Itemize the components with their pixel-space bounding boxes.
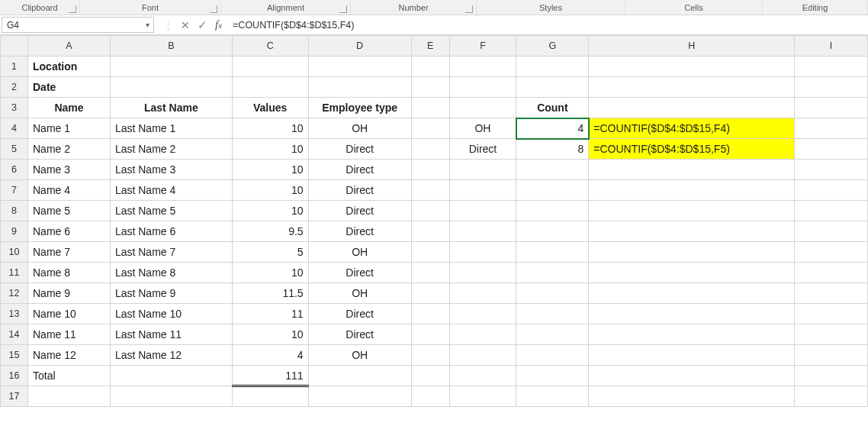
cell-G16[interactable] — [516, 366, 589, 386]
cell-H3[interactable] — [589, 98, 795, 118]
col-header-F[interactable]: F — [449, 36, 516, 56]
cell-G13[interactable] — [516, 304, 589, 324]
cell-F9[interactable] — [449, 221, 516, 242]
row-header-2[interactable]: 2 — [1, 77, 28, 98]
row-header-14[interactable]: 14 — [1, 324, 28, 345]
cell-G10[interactable] — [516, 242, 589, 263]
spreadsheet-grid[interactable]: A B C D E F G H I 1 Location 2 Date 3 Na… — [0, 35, 868, 439]
cell-E3[interactable] — [411, 98, 449, 118]
cell-I11[interactable] — [795, 263, 868, 283]
cell-I15[interactable] — [795, 345, 868, 366]
cell-A2[interactable]: Date — [28, 77, 111, 98]
cell-F13[interactable] — [449, 304, 516, 324]
row-header-6[interactable]: 6 — [1, 160, 28, 180]
cell-A9[interactable]: Name 6 — [28, 221, 111, 242]
cell-A13[interactable]: Name 10 — [28, 304, 111, 324]
cell-H8[interactable] — [589, 201, 795, 221]
cell-A7[interactable]: Name 4 — [28, 180, 111, 201]
cell-E9[interactable] — [411, 221, 449, 242]
cell-C6[interactable]: 10 — [232, 160, 308, 180]
cell-G3[interactable]: Count — [516, 98, 589, 118]
cell-E14[interactable] — [411, 324, 449, 345]
cell-F1[interactable] — [449, 56, 516, 77]
cell-E16[interactable] — [411, 366, 449, 386]
cell-I16[interactable] — [795, 366, 868, 386]
cell-H14[interactable] — [589, 324, 795, 345]
cell-F8[interactable] — [449, 201, 516, 221]
cell-D9[interactable]: Direct — [308, 221, 411, 242]
cell-A16[interactable]: Total — [28, 366, 111, 386]
dialog-launcher-icon[interactable] — [339, 5, 347, 13]
cell-D7[interactable]: Direct — [308, 180, 411, 201]
cell-C8[interactable]: 10 — [232, 201, 308, 221]
cell-H9[interactable] — [589, 221, 795, 242]
cell-B12[interactable]: Last Name 9 — [110, 283, 232, 304]
cell-B9[interactable]: Last Name 6 — [110, 221, 232, 242]
cell-G4[interactable]: 4 — [516, 118, 589, 139]
cell-G5[interactable]: 8 — [516, 139, 589, 160]
ribbon-group-clipboard[interactable]: Clipboard — [0, 0, 80, 15]
cell-D14[interactable]: Direct — [308, 324, 411, 345]
row-header-9[interactable]: 9 — [1, 221, 28, 242]
cell-B7[interactable]: Last Name 4 — [110, 180, 232, 201]
cell-B11[interactable]: Last Name 8 — [110, 263, 232, 283]
cell-C16[interactable]: 111 — [232, 366, 308, 386]
cell-F12[interactable] — [449, 283, 516, 304]
cell-I5[interactable] — [795, 139, 868, 160]
row-header-5[interactable]: 5 — [1, 139, 28, 160]
cell-F3[interactable] — [449, 98, 516, 118]
cell-E11[interactable] — [411, 263, 449, 283]
ribbon-group-alignment[interactable]: Alignment — [221, 0, 351, 15]
cell-B4[interactable]: Last Name 1 — [110, 118, 232, 139]
enter-formula-button[interactable]: ✓ — [198, 18, 207, 32]
row-header-4[interactable]: 4 — [1, 118, 28, 139]
cell-C7[interactable]: 10 — [232, 180, 308, 201]
cell-D3[interactable]: Employee type — [308, 98, 411, 118]
cell-B1[interactable] — [110, 56, 232, 77]
cell-D11[interactable]: Direct — [308, 263, 411, 283]
cell-G12[interactable] — [516, 283, 589, 304]
cell-E6[interactable] — [411, 160, 449, 180]
cell-G17[interactable] — [516, 386, 589, 407]
cell-E17[interactable] — [411, 386, 449, 407]
cell-E13[interactable] — [411, 304, 449, 324]
col-header-A[interactable]: A — [28, 36, 111, 56]
cell-A10[interactable]: Name 7 — [28, 242, 111, 263]
cell-B16[interactable] — [110, 366, 232, 386]
dialog-launcher-icon[interactable] — [69, 5, 76, 13]
name-box-input[interactable] — [2, 18, 141, 32]
cell-H10[interactable] — [589, 242, 795, 263]
cell-I10[interactable] — [795, 242, 868, 263]
col-header-H[interactable]: H — [589, 36, 795, 56]
cell-G14[interactable] — [516, 324, 589, 345]
cell-C12[interactable]: 11.5 — [232, 283, 308, 304]
row-header-3[interactable]: 3 — [1, 98, 28, 118]
cell-H7[interactable] — [589, 180, 795, 201]
cell-F4[interactable]: OH — [449, 118, 516, 139]
row-header-17[interactable]: 17 — [1, 386, 28, 407]
cell-D1[interactable] — [308, 56, 411, 77]
cell-I17[interactable] — [795, 386, 868, 407]
dialog-launcher-icon[interactable] — [210, 5, 217, 13]
cell-C2[interactable] — [232, 77, 308, 98]
col-header-B[interactable]: B — [110, 36, 232, 56]
select-all-corner[interactable] — [1, 36, 28, 56]
cell-H15[interactable] — [589, 345, 795, 366]
cell-E7[interactable] — [411, 180, 449, 201]
cell-C5[interactable]: 10 — [232, 139, 308, 160]
cell-H12[interactable] — [589, 283, 795, 304]
ribbon-group-styles[interactable]: Styles — [477, 0, 625, 15]
cell-B17[interactable] — [110, 386, 232, 407]
col-header-E[interactable]: E — [411, 36, 449, 56]
cell-G11[interactable] — [516, 263, 589, 283]
row-header-8[interactable]: 8 — [1, 201, 28, 221]
cell-A11[interactable]: Name 8 — [28, 263, 111, 283]
formula-bar[interactable] — [230, 15, 868, 34]
cell-G7[interactable] — [516, 180, 589, 201]
row-header-16[interactable]: 16 — [1, 366, 28, 386]
cell-G6[interactable] — [516, 160, 589, 180]
cell-D5[interactable]: Direct — [308, 139, 411, 160]
cell-C14[interactable]: 10 — [232, 324, 308, 345]
cell-C1[interactable] — [232, 56, 308, 77]
insert-function-button[interactable]: fx — [215, 18, 222, 31]
